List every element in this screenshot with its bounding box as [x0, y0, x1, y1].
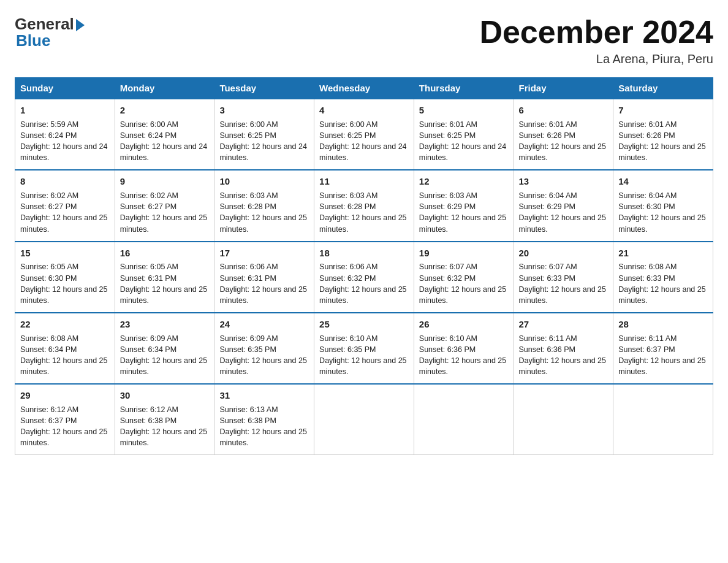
day-number: 7 — [618, 104, 708, 117]
calendar-week-row: 8 Sunrise: 6:02 AMSunset: 6:27 PMDayligh… — [15, 170, 713, 241]
day-info: Sunrise: 6:00 AMSunset: 6:25 PMDaylight:… — [319, 120, 406, 162]
day-number: 15 — [20, 247, 110, 260]
day-number: 22 — [20, 318, 110, 331]
table-row: 16 Sunrise: 6:05 AMSunset: 6:31 PMDaylig… — [115, 242, 214, 313]
day-info: Sunrise: 6:07 AMSunset: 6:33 PMDaylight:… — [519, 262, 606, 304]
table-row: 22 Sunrise: 6:08 AMSunset: 6:34 PMDaylig… — [15, 313, 115, 384]
day-number: 16 — [120, 247, 210, 260]
header-monday: Monday — [115, 78, 214, 99]
table-row: 19 Sunrise: 6:07 AMSunset: 6:32 PMDaylig… — [414, 242, 514, 313]
day-number: 29 — [20, 389, 110, 402]
day-info: Sunrise: 6:10 AMSunset: 6:36 PMDaylight:… — [419, 334, 506, 376]
day-info: Sunrise: 6:01 AMSunset: 6:26 PMDaylight:… — [618, 120, 705, 162]
day-info: Sunrise: 6:10 AMSunset: 6:35 PMDaylight:… — [319, 334, 406, 376]
logo-arrow-icon — [76, 19, 85, 31]
table-row: 14 Sunrise: 6:04 AMSunset: 6:30 PMDaylig… — [613, 170, 713, 241]
day-info: Sunrise: 6:09 AMSunset: 6:34 PMDaylight:… — [120, 334, 207, 376]
table-row — [514, 384, 613, 455]
day-info: Sunrise: 6:00 AMSunset: 6:24 PMDaylight:… — [120, 120, 207, 162]
location-subtitle: La Arena, Piura, Peru — [479, 52, 713, 66]
header-friday: Friday — [514, 78, 613, 99]
day-number: 25 — [319, 318, 409, 331]
header-sunday: Sunday — [15, 78, 115, 99]
day-info: Sunrise: 6:02 AMSunset: 6:27 PMDaylight:… — [20, 191, 107, 233]
table-row — [414, 384, 514, 455]
month-year-title: December 2024 — [479, 15, 713, 50]
day-info: Sunrise: 6:06 AMSunset: 6:31 PMDaylight:… — [219, 262, 306, 304]
table-row: 18 Sunrise: 6:06 AMSunset: 6:32 PMDaylig… — [314, 242, 414, 313]
day-info: Sunrise: 6:00 AMSunset: 6:25 PMDaylight:… — [219, 120, 306, 162]
day-info: Sunrise: 5:59 AMSunset: 6:24 PMDaylight:… — [20, 120, 107, 162]
table-row: 3 Sunrise: 6:00 AMSunset: 6:25 PMDayligh… — [214, 99, 314, 170]
table-row: 20 Sunrise: 6:07 AMSunset: 6:33 PMDaylig… — [514, 242, 613, 313]
table-row: 28 Sunrise: 6:11 AMSunset: 6:37 PMDaylig… — [613, 313, 713, 384]
day-number: 23 — [120, 318, 210, 331]
table-row: 7 Sunrise: 6:01 AMSunset: 6:26 PMDayligh… — [613, 99, 713, 170]
table-row: 12 Sunrise: 6:03 AMSunset: 6:29 PMDaylig… — [414, 170, 514, 241]
day-info: Sunrise: 6:12 AMSunset: 6:37 PMDaylight:… — [20, 405, 107, 447]
table-row: 8 Sunrise: 6:02 AMSunset: 6:27 PMDayligh… — [15, 170, 115, 241]
day-number: 3 — [219, 104, 309, 117]
day-number: 17 — [219, 247, 309, 260]
day-info: Sunrise: 6:09 AMSunset: 6:35 PMDaylight:… — [219, 334, 306, 376]
table-row: 17 Sunrise: 6:06 AMSunset: 6:31 PMDaylig… — [214, 242, 314, 313]
table-row: 15 Sunrise: 6:05 AMSunset: 6:30 PMDaylig… — [15, 242, 115, 313]
table-row: 6 Sunrise: 6:01 AMSunset: 6:26 PMDayligh… — [514, 99, 613, 170]
calendar-week-row: 22 Sunrise: 6:08 AMSunset: 6:34 PMDaylig… — [15, 313, 713, 384]
day-number: 10 — [219, 175, 309, 188]
table-row — [314, 384, 414, 455]
day-info: Sunrise: 6:04 AMSunset: 6:29 PMDaylight:… — [519, 191, 606, 233]
day-number: 21 — [618, 247, 708, 260]
day-info: Sunrise: 6:08 AMSunset: 6:34 PMDaylight:… — [20, 334, 107, 376]
day-number: 19 — [419, 247, 509, 260]
day-number: 8 — [20, 175, 110, 188]
day-info: Sunrise: 6:03 AMSunset: 6:29 PMDaylight:… — [419, 191, 506, 233]
table-row: 5 Sunrise: 6:01 AMSunset: 6:25 PMDayligh… — [414, 99, 514, 170]
day-info: Sunrise: 6:11 AMSunset: 6:37 PMDaylight:… — [618, 334, 705, 376]
day-number: 14 — [618, 175, 708, 188]
table-row: 25 Sunrise: 6:10 AMSunset: 6:35 PMDaylig… — [314, 313, 414, 384]
day-info: Sunrise: 6:13 AMSunset: 6:38 PMDaylight:… — [219, 405, 306, 447]
table-row: 11 Sunrise: 6:03 AMSunset: 6:28 PMDaylig… — [314, 170, 414, 241]
table-row: 23 Sunrise: 6:09 AMSunset: 6:34 PMDaylig… — [115, 313, 214, 384]
day-info: Sunrise: 6:11 AMSunset: 6:36 PMDaylight:… — [519, 334, 606, 376]
header-thursday: Thursday — [414, 78, 514, 99]
table-row: 26 Sunrise: 6:10 AMSunset: 6:36 PMDaylig… — [414, 313, 514, 384]
day-number: 9 — [120, 175, 210, 188]
calendar-week-row: 15 Sunrise: 6:05 AMSunset: 6:30 PMDaylig… — [15, 242, 713, 313]
calendar-week-row: 29 Sunrise: 6:12 AMSunset: 6:37 PMDaylig… — [15, 384, 713, 455]
header-tuesday: Tuesday — [214, 78, 314, 99]
day-number: 31 — [219, 389, 309, 402]
table-row: 30 Sunrise: 6:12 AMSunset: 6:38 PMDaylig… — [115, 384, 214, 455]
day-number: 6 — [519, 104, 609, 117]
day-number: 2 — [120, 104, 210, 117]
title-block: December 2024 La Arena, Piura, Peru — [479, 15, 713, 66]
header-wednesday: Wednesday — [314, 78, 414, 99]
table-row: 13 Sunrise: 6:04 AMSunset: 6:29 PMDaylig… — [514, 170, 613, 241]
logo: General Blue — [15, 15, 85, 50]
day-number: 27 — [519, 318, 609, 331]
table-row: 24 Sunrise: 6:09 AMSunset: 6:35 PMDaylig… — [214, 313, 314, 384]
day-number: 20 — [519, 247, 609, 260]
page-header: General Blue December 2024 La Arena, Piu… — [15, 15, 713, 66]
day-number: 13 — [519, 175, 609, 188]
day-info: Sunrise: 6:04 AMSunset: 6:30 PMDaylight:… — [618, 191, 705, 233]
table-row: 21 Sunrise: 6:08 AMSunset: 6:33 PMDaylig… — [613, 242, 713, 313]
table-row: 29 Sunrise: 6:12 AMSunset: 6:37 PMDaylig… — [15, 384, 115, 455]
day-number: 12 — [419, 175, 509, 188]
calendar-week-row: 1 Sunrise: 5:59 AMSunset: 6:24 PMDayligh… — [15, 99, 713, 170]
calendar-header-row: Sunday Monday Tuesday Wednesday Thursday… — [15, 78, 713, 99]
table-row: 31 Sunrise: 6:13 AMSunset: 6:38 PMDaylig… — [214, 384, 314, 455]
table-row: 10 Sunrise: 6:03 AMSunset: 6:28 PMDaylig… — [214, 170, 314, 241]
day-number: 26 — [419, 318, 509, 331]
day-info: Sunrise: 6:01 AMSunset: 6:25 PMDaylight:… — [419, 120, 506, 162]
table-row — [613, 384, 713, 455]
logo-blue-text: Blue — [15, 31, 50, 50]
day-number: 5 — [419, 104, 509, 117]
day-info: Sunrise: 6:12 AMSunset: 6:38 PMDaylight:… — [120, 405, 207, 447]
day-info: Sunrise: 6:01 AMSunset: 6:26 PMDaylight:… — [519, 120, 606, 162]
day-number: 28 — [618, 318, 708, 331]
day-info: Sunrise: 6:08 AMSunset: 6:33 PMDaylight:… — [618, 262, 705, 304]
table-row: 1 Sunrise: 5:59 AMSunset: 6:24 PMDayligh… — [15, 99, 115, 170]
day-info: Sunrise: 6:02 AMSunset: 6:27 PMDaylight:… — [120, 191, 207, 233]
